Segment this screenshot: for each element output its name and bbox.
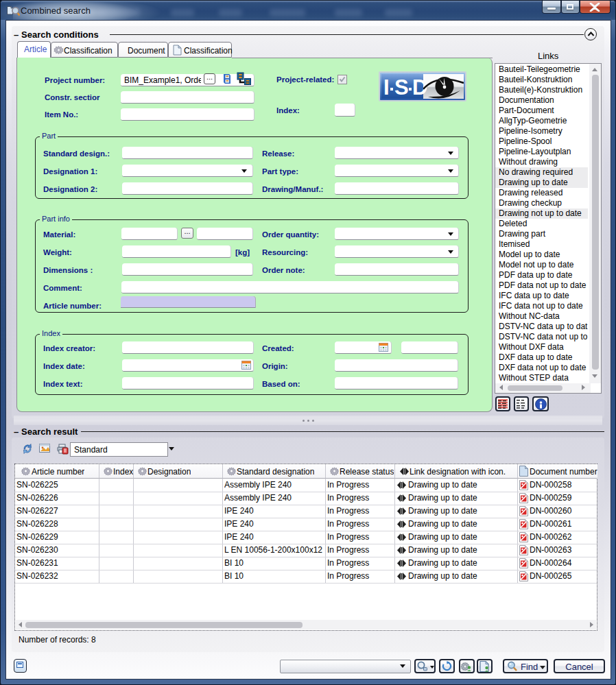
svg-text:S: S: [394, 75, 409, 99]
svg-text:I: I: [383, 75, 390, 99]
